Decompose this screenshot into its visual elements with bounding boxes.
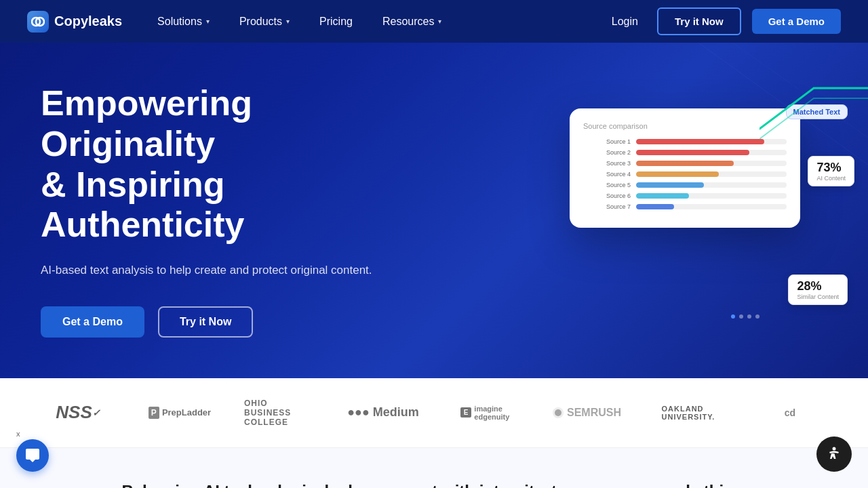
logo-icon xyxy=(27,11,49,33)
bar-row: Source 7 xyxy=(583,203,787,210)
bar-label: Source 6 xyxy=(583,192,631,199)
svg-point-5 xyxy=(555,409,561,416)
chevron-down-icon: ▾ xyxy=(286,18,290,25)
svg-line-2 xyxy=(698,43,868,165)
logo-semrush: SEMRUSH xyxy=(536,400,637,426)
lower-title: Balancing AI technological advancement w… xyxy=(41,482,827,488)
bar-track xyxy=(636,193,787,199)
chevron-down-icon: ▾ xyxy=(206,18,210,25)
logo-medium: ●●● Medium xyxy=(332,399,434,426)
logo-nss: NSS✓ xyxy=(27,395,129,430)
bar-fill xyxy=(636,204,674,209)
nav-links: Solutions ▾ Products ▾ Pricing Resources… xyxy=(142,0,604,43)
nav-item-resources[interactable]: Resources ▾ xyxy=(368,0,456,43)
accessibility-icon xyxy=(825,445,844,464)
hero-title: Empowering Originality & Inspiring Authe… xyxy=(41,83,420,245)
bar-track xyxy=(636,204,787,209)
logo-ohio-business-college: OHIOBUSINESS COLLEGE xyxy=(231,392,332,434)
bar-fill xyxy=(636,182,704,188)
chevron-down-icon: ▾ xyxy=(438,18,441,25)
nav-right: Login Try it Now Get a Demo xyxy=(604,7,841,35)
hero-try-now-button[interactable]: Try it Now xyxy=(158,306,253,338)
bar-label: Source 1 xyxy=(583,138,631,145)
hero-section: Empowering Originality & Inspiring Authe… xyxy=(0,43,868,378)
nav-item-pricing[interactable]: Pricing xyxy=(304,0,368,43)
bar-fill xyxy=(636,193,689,199)
nav-item-products[interactable]: Products ▾ xyxy=(224,0,304,43)
nav-item-solutions[interactable]: Solutions ▾ xyxy=(142,0,224,43)
logo-prepladder: P PrepLadder xyxy=(129,400,231,426)
bar-track xyxy=(636,182,787,188)
accessibility-button[interactable] xyxy=(816,436,852,472)
logos-strip: NSS✓ P PrepLadder OHIOBUSINESS COLLEGE ●… xyxy=(0,378,868,448)
svg-line-3 xyxy=(732,43,868,138)
hero-get-demo-button[interactable]: Get a Demo xyxy=(41,306,144,338)
logo-extra: cd xyxy=(739,401,841,425)
bar-row: Source 5 xyxy=(583,182,787,188)
login-button[interactable]: Login xyxy=(604,10,646,33)
bar-label: Source 4 xyxy=(583,171,631,178)
chat-icon xyxy=(24,447,41,464)
hero-content: Empowering Originality & Inspiring Authe… xyxy=(41,83,420,338)
lower-section: Balancing AI technological advancement w… xyxy=(0,448,868,488)
similar-content-badge: 28% Similar Content xyxy=(788,274,848,305)
dot-indicators xyxy=(731,314,760,319)
logo-text: Copyleaks xyxy=(54,14,122,29)
get-demo-nav-button[interactable]: Get a Demo xyxy=(752,9,841,34)
try-now-button[interactable]: Try it Now xyxy=(657,7,741,35)
logo-link[interactable]: Copyleaks xyxy=(27,11,122,33)
bar-label: Source 3 xyxy=(583,160,631,167)
logo-edgenuity: E imagineedgenuity xyxy=(434,398,536,428)
bar-row: Source 6 xyxy=(583,192,787,199)
chat-close-label[interactable]: x xyxy=(16,430,20,438)
hero-subtitle: AI-based text analysis to help create an… xyxy=(41,262,420,279)
bar-label: Source 7 xyxy=(583,203,631,210)
bar-label: Source 5 xyxy=(583,182,631,188)
navigation: Copyleaks Solutions ▾ Products ▾ Pricing… xyxy=(0,0,868,43)
svg-point-6 xyxy=(833,447,836,451)
logo-oakland-university: OAKLANDUNIVERSITY. xyxy=(637,398,739,428)
hero-deco-lines xyxy=(665,43,868,178)
bar-label: Source 2 xyxy=(583,149,631,156)
chat-bubble-button[interactable] xyxy=(16,439,49,472)
hero-buttons: Get a Demo Try it Now xyxy=(41,306,420,338)
